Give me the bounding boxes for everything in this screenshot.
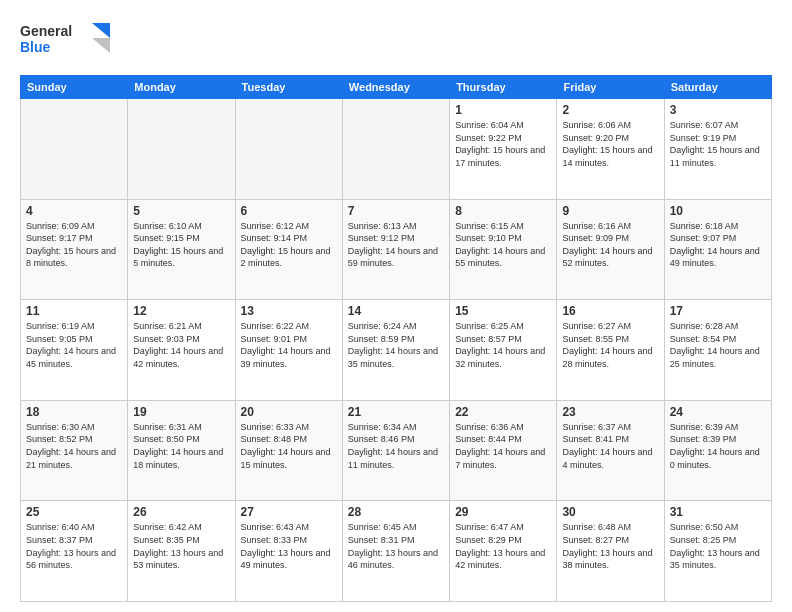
day-info: Sunrise: 6:21 AM Sunset: 9:03 PM Dayligh… — [133, 320, 229, 370]
day-number: 23 — [562, 405, 658, 419]
day-number: 31 — [670, 505, 766, 519]
day-number: 1 — [455, 103, 551, 117]
weekday-header-saturday: Saturday — [664, 76, 771, 99]
day-cell: 21Sunrise: 6:34 AM Sunset: 8:46 PM Dayli… — [342, 400, 449, 501]
day-number: 26 — [133, 505, 229, 519]
day-cell: 12Sunrise: 6:21 AM Sunset: 9:03 PM Dayli… — [128, 300, 235, 401]
day-cell: 20Sunrise: 6:33 AM Sunset: 8:48 PM Dayli… — [235, 400, 342, 501]
day-cell: 28Sunrise: 6:45 AM Sunset: 8:31 PM Dayli… — [342, 501, 449, 602]
day-cell — [342, 99, 449, 200]
day-cell: 27Sunrise: 6:43 AM Sunset: 8:33 PM Dayli… — [235, 501, 342, 602]
day-number: 25 — [26, 505, 122, 519]
day-number: 2 — [562, 103, 658, 117]
day-cell: 29Sunrise: 6:47 AM Sunset: 8:29 PM Dayli… — [450, 501, 557, 602]
weekday-header-wednesday: Wednesday — [342, 76, 449, 99]
day-number: 19 — [133, 405, 229, 419]
day-info: Sunrise: 6:24 AM Sunset: 8:59 PM Dayligh… — [348, 320, 444, 370]
svg-text:Blue: Blue — [20, 39, 51, 55]
svg-text:General: General — [20, 23, 72, 39]
day-cell: 2Sunrise: 6:06 AM Sunset: 9:20 PM Daylig… — [557, 99, 664, 200]
day-cell — [21, 99, 128, 200]
day-cell: 6Sunrise: 6:12 AM Sunset: 9:14 PM Daylig… — [235, 199, 342, 300]
day-cell: 14Sunrise: 6:24 AM Sunset: 8:59 PM Dayli… — [342, 300, 449, 401]
day-cell: 31Sunrise: 6:50 AM Sunset: 8:25 PM Dayli… — [664, 501, 771, 602]
day-info: Sunrise: 6:48 AM Sunset: 8:27 PM Dayligh… — [562, 521, 658, 571]
day-cell: 19Sunrise: 6:31 AM Sunset: 8:50 PM Dayli… — [128, 400, 235, 501]
day-info: Sunrise: 6:45 AM Sunset: 8:31 PM Dayligh… — [348, 521, 444, 571]
day-number: 3 — [670, 103, 766, 117]
logo-text: General Blue — [20, 18, 115, 67]
day-number: 10 — [670, 204, 766, 218]
weekday-header-thursday: Thursday — [450, 76, 557, 99]
day-cell: 15Sunrise: 6:25 AM Sunset: 8:57 PM Dayli… — [450, 300, 557, 401]
day-number: 7 — [348, 204, 444, 218]
day-info: Sunrise: 6:25 AM Sunset: 8:57 PM Dayligh… — [455, 320, 551, 370]
day-info: Sunrise: 6:43 AM Sunset: 8:33 PM Dayligh… — [241, 521, 337, 571]
day-info: Sunrise: 6:06 AM Sunset: 9:20 PM Dayligh… — [562, 119, 658, 169]
day-number: 15 — [455, 304, 551, 318]
day-number: 22 — [455, 405, 551, 419]
day-cell — [128, 99, 235, 200]
day-cell: 25Sunrise: 6:40 AM Sunset: 8:37 PM Dayli… — [21, 501, 128, 602]
calendar-table: SundayMondayTuesdayWednesdayThursdayFrid… — [20, 75, 772, 602]
day-info: Sunrise: 6:47 AM Sunset: 8:29 PM Dayligh… — [455, 521, 551, 571]
day-info: Sunrise: 6:07 AM Sunset: 9:19 PM Dayligh… — [670, 119, 766, 169]
day-info: Sunrise: 6:12 AM Sunset: 9:14 PM Dayligh… — [241, 220, 337, 270]
day-number: 18 — [26, 405, 122, 419]
day-number: 8 — [455, 204, 551, 218]
day-info: Sunrise: 6:31 AM Sunset: 8:50 PM Dayligh… — [133, 421, 229, 471]
day-cell: 13Sunrise: 6:22 AM Sunset: 9:01 PM Dayli… — [235, 300, 342, 401]
day-number: 16 — [562, 304, 658, 318]
day-cell: 8Sunrise: 6:15 AM Sunset: 9:10 PM Daylig… — [450, 199, 557, 300]
weekday-header-tuesday: Tuesday — [235, 76, 342, 99]
day-info: Sunrise: 6:04 AM Sunset: 9:22 PM Dayligh… — [455, 119, 551, 169]
day-info: Sunrise: 6:30 AM Sunset: 8:52 PM Dayligh… — [26, 421, 122, 471]
day-number: 27 — [241, 505, 337, 519]
day-info: Sunrise: 6:37 AM Sunset: 8:41 PM Dayligh… — [562, 421, 658, 471]
day-info: Sunrise: 6:15 AM Sunset: 9:10 PM Dayligh… — [455, 220, 551, 270]
day-number: 20 — [241, 405, 337, 419]
day-info: Sunrise: 6:27 AM Sunset: 8:55 PM Dayligh… — [562, 320, 658, 370]
svg-marker-3 — [92, 38, 110, 53]
day-cell: 3Sunrise: 6:07 AM Sunset: 9:19 PM Daylig… — [664, 99, 771, 200]
day-cell: 17Sunrise: 6:28 AM Sunset: 8:54 PM Dayli… — [664, 300, 771, 401]
day-cell: 16Sunrise: 6:27 AM Sunset: 8:55 PM Dayli… — [557, 300, 664, 401]
day-cell: 1Sunrise: 6:04 AM Sunset: 9:22 PM Daylig… — [450, 99, 557, 200]
day-info: Sunrise: 6:33 AM Sunset: 8:48 PM Dayligh… — [241, 421, 337, 471]
weekday-header-friday: Friday — [557, 76, 664, 99]
day-cell: 26Sunrise: 6:42 AM Sunset: 8:35 PM Dayli… — [128, 501, 235, 602]
day-info: Sunrise: 6:50 AM Sunset: 8:25 PM Dayligh… — [670, 521, 766, 571]
day-number: 30 — [562, 505, 658, 519]
week-row-4: 18Sunrise: 6:30 AM Sunset: 8:52 PM Dayli… — [21, 400, 772, 501]
day-cell: 18Sunrise: 6:30 AM Sunset: 8:52 PM Dayli… — [21, 400, 128, 501]
svg-marker-2 — [92, 23, 110, 38]
day-number: 11 — [26, 304, 122, 318]
day-number: 5 — [133, 204, 229, 218]
day-info: Sunrise: 6:22 AM Sunset: 9:01 PM Dayligh… — [241, 320, 337, 370]
header: General Blue — [20, 18, 772, 67]
page: General Blue SundayMondayTuesdayWednesda… — [0, 0, 792, 612]
day-info: Sunrise: 6:36 AM Sunset: 8:44 PM Dayligh… — [455, 421, 551, 471]
day-number: 4 — [26, 204, 122, 218]
weekday-header-row: SundayMondayTuesdayWednesdayThursdayFrid… — [21, 76, 772, 99]
day-cell: 10Sunrise: 6:18 AM Sunset: 9:07 PM Dayli… — [664, 199, 771, 300]
logo: General Blue — [20, 18, 115, 67]
day-info: Sunrise: 6:42 AM Sunset: 8:35 PM Dayligh… — [133, 521, 229, 571]
day-info: Sunrise: 6:09 AM Sunset: 9:17 PM Dayligh… — [26, 220, 122, 270]
day-info: Sunrise: 6:28 AM Sunset: 8:54 PM Dayligh… — [670, 320, 766, 370]
week-row-3: 11Sunrise: 6:19 AM Sunset: 9:05 PM Dayli… — [21, 300, 772, 401]
day-cell: 11Sunrise: 6:19 AM Sunset: 9:05 PM Dayli… — [21, 300, 128, 401]
week-row-5: 25Sunrise: 6:40 AM Sunset: 8:37 PM Dayli… — [21, 501, 772, 602]
day-number: 29 — [455, 505, 551, 519]
day-info: Sunrise: 6:19 AM Sunset: 9:05 PM Dayligh… — [26, 320, 122, 370]
day-cell: 7Sunrise: 6:13 AM Sunset: 9:12 PM Daylig… — [342, 199, 449, 300]
day-info: Sunrise: 6:18 AM Sunset: 9:07 PM Dayligh… — [670, 220, 766, 270]
day-number: 9 — [562, 204, 658, 218]
day-cell: 5Sunrise: 6:10 AM Sunset: 9:15 PM Daylig… — [128, 199, 235, 300]
day-number: 17 — [670, 304, 766, 318]
day-cell: 9Sunrise: 6:16 AM Sunset: 9:09 PM Daylig… — [557, 199, 664, 300]
day-cell: 4Sunrise: 6:09 AM Sunset: 9:17 PM Daylig… — [21, 199, 128, 300]
day-number: 6 — [241, 204, 337, 218]
day-number: 14 — [348, 304, 444, 318]
week-row-1: 1Sunrise: 6:04 AM Sunset: 9:22 PM Daylig… — [21, 99, 772, 200]
